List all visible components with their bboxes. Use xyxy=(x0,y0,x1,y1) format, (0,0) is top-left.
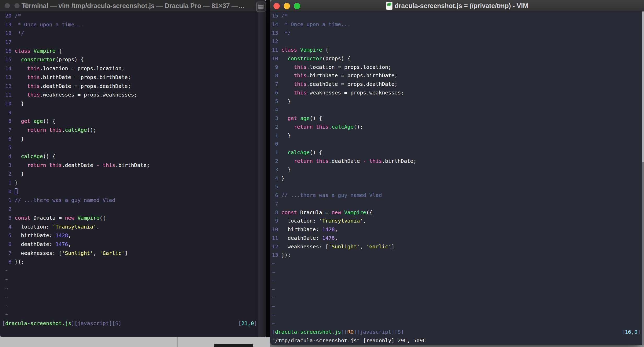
code-line: 10 constructor(props) { xyxy=(270,54,644,63)
line-number: 6 xyxy=(272,88,278,97)
macvim-titlebar[interactable]: JS dracula-screenshot.js = (/private/tmp… xyxy=(270,0,644,12)
split-pane-button[interactable] xyxy=(256,2,266,12)
code-line: 9 xyxy=(0,108,266,117)
terminal-window: Terminal — vim /tmp/dracula-screenshot.j… xyxy=(0,0,266,337)
vim-statusline: [dracula-screenshot.js][RO][javascript][… xyxy=(270,328,644,336)
code-line: 2 } xyxy=(0,170,266,178)
line-number: 11 xyxy=(5,91,11,99)
line-number: 0 xyxy=(5,187,11,196)
line-number: 12 xyxy=(272,242,278,251)
line-number: 6 xyxy=(5,240,11,249)
background-divider-line xyxy=(177,337,177,347)
code-line: 7 weaknesses: ['Sunlight', 'Garlic'] xyxy=(0,249,266,258)
background-partial-shape xyxy=(214,344,253,347)
code-line: 19 * Once upon a time... xyxy=(0,20,266,29)
code-line: 14 this.location = props.location; xyxy=(0,64,266,73)
code-line: 7 xyxy=(270,200,644,208)
background-window-strip xyxy=(0,337,270,347)
desktop: Terminal — vim /tmp/dracula-screenshot.j… xyxy=(0,0,644,347)
code-line: 8 get age() { xyxy=(0,117,266,126)
line-number: 5 xyxy=(5,231,11,240)
vim-commandline xyxy=(0,328,266,337)
scrollbar-thumb[interactable] xyxy=(642,11,644,162)
code-line: 13 */ xyxy=(270,29,644,37)
code-line: 1// ...there was a guy named Vlad xyxy=(0,196,266,205)
line-number: 3 xyxy=(5,214,11,223)
code-line: 9 location: 'Transylvania', xyxy=(270,217,644,225)
vim-tilde-line: ~ xyxy=(270,285,644,294)
vim-tilde-line: ~ xyxy=(0,284,266,293)
line-number: 19 xyxy=(5,20,11,29)
code-line: 17 xyxy=(0,38,266,47)
line-number: 2 xyxy=(5,170,11,178)
code-line: 0 xyxy=(0,187,266,196)
vim-tilde-line: ~ xyxy=(0,293,266,302)
terminal-titlebar[interactable]: Terminal — vim /tmp/dracula-screenshot.j… xyxy=(0,0,266,12)
line-number: 0 xyxy=(272,140,278,148)
line-number: 1 xyxy=(5,196,11,205)
code-line: 15 constructor(props) { xyxy=(0,55,266,64)
vim-tilde-line: ~ xyxy=(0,266,266,275)
code-line: 4} xyxy=(270,174,644,183)
code-line: 11 deathDate: 1476, xyxy=(270,234,644,242)
macvim-window: JS dracula-screenshot.js = (/private/tmp… xyxy=(270,0,644,345)
ruler-position: [16,0] xyxy=(622,328,641,336)
code-line: 2 return this.deathDate - this.birthDate… xyxy=(270,157,644,165)
line-number: 11 xyxy=(272,234,278,242)
code-line: 1} xyxy=(0,178,266,187)
line-number: 7 xyxy=(5,249,11,258)
line-number: 2 xyxy=(272,157,278,165)
line-number: 8 xyxy=(5,258,11,266)
terminal-scrollbar[interactable] xyxy=(258,11,266,337)
line-number: 2 xyxy=(5,205,11,214)
code-line: 3 } xyxy=(270,165,644,174)
code-line: 11 this.weaknesses = props.weaknesses; xyxy=(0,91,266,99)
line-number: 4 xyxy=(5,223,11,231)
line-number: 7 xyxy=(272,200,278,208)
macvim-scrollbar[interactable] xyxy=(642,11,644,345)
line-number: 13 xyxy=(272,251,278,259)
line-number: 10 xyxy=(5,99,11,108)
code-line: 4 location: 'Transylvania', xyxy=(0,223,266,231)
line-number: 18 xyxy=(5,29,11,38)
line-number: 9 xyxy=(272,63,278,71)
vim-buffer-left[interactable]: 20/*19 * Once upon a time...18 */1716cla… xyxy=(0,11,266,337)
window-title-text: dracula-screenshot.js = (/private/tmp) -… xyxy=(395,2,528,9)
vim-cursor xyxy=(15,188,17,194)
code-line: 20/* xyxy=(0,11,266,20)
vim-buffer-right[interactable]: 15/*14 * Once upon a time...13 */1211cla… xyxy=(270,11,644,345)
line-number: 5 xyxy=(272,97,278,106)
line-number: 13 xyxy=(272,29,278,37)
line-number: 3 xyxy=(272,114,278,123)
line-number: 16 xyxy=(5,47,11,56)
code-line: 4 calcAge() { xyxy=(0,152,266,161)
code-line: 12 xyxy=(270,37,644,46)
line-number: 1 xyxy=(5,178,11,187)
code-line: 4 xyxy=(270,105,644,114)
code-line: 2 return this.calcAge(); xyxy=(270,123,644,131)
code-line: 18 */ xyxy=(0,29,266,38)
code-line: 5 xyxy=(270,182,644,191)
code-line: 5 } xyxy=(270,97,644,106)
code-line: 5 birthDate: 1428, xyxy=(0,231,266,240)
line-number: 2 xyxy=(272,123,278,131)
vim-tilde-line: ~ xyxy=(270,294,644,302)
vim-tilde-line: ~ xyxy=(270,277,644,285)
line-number: 5 xyxy=(5,143,11,152)
vim-tilde-line: ~ xyxy=(0,310,266,319)
line-number: 20 xyxy=(5,11,11,20)
code-line: 8const Dracula = new Vampire({ xyxy=(270,208,644,217)
line-number: 5 xyxy=(272,182,278,191)
line-number: 3 xyxy=(5,161,11,170)
code-line: 1 calcAge() { xyxy=(270,148,644,157)
line-number: 15 xyxy=(272,11,278,20)
window-title: Terminal — vim /tmp/dracula-screenshot.j… xyxy=(0,0,266,11)
code-line: 13 this.birthDate = props.birthDate; xyxy=(0,73,266,82)
line-number: 8 xyxy=(272,208,278,217)
line-number: 12 xyxy=(5,82,11,91)
code-line: 10 birthDate: 1428, xyxy=(270,225,644,234)
line-number: 17 xyxy=(5,38,11,47)
code-line: 6 deathDate: 1476, xyxy=(0,240,266,249)
code-line: 6 this.weaknesses = props.weaknesses; xyxy=(270,88,644,97)
line-number: 8 xyxy=(272,71,278,80)
